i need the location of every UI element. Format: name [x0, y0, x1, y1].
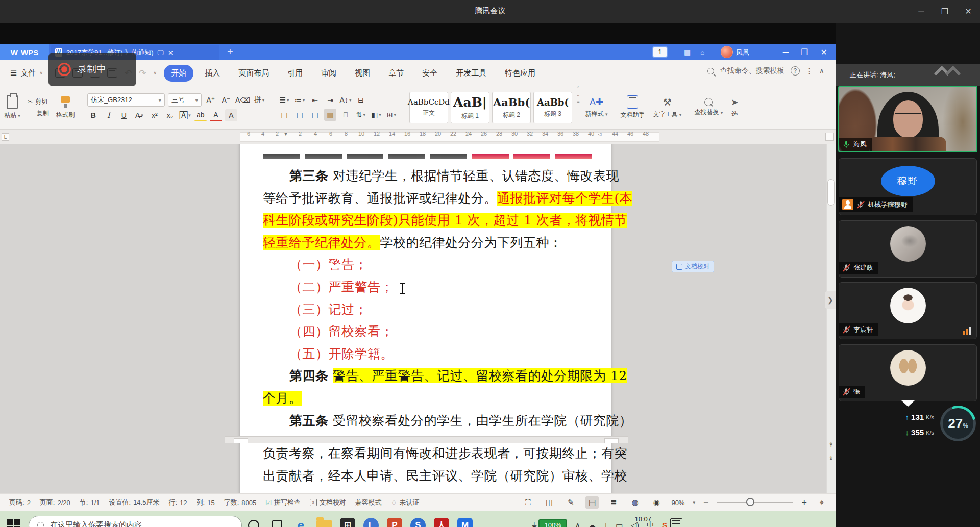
- asian-layout-icon[interactable]: A↕▾: [339, 94, 352, 106]
- menu-tab-引用[interactable]: 引用: [280, 65, 310, 82]
- expand-panel-arrow[interactable]: ❯: [825, 291, 836, 309]
- outline-view-icon[interactable]: ≣: [607, 496, 620, 509]
- wps-logo[interactable]: WWPS: [0, 44, 49, 60]
- document-line[interactable]: （一）警告；: [263, 254, 592, 276]
- web-layout-icon[interactable]: ◍: [628, 496, 642, 509]
- participant-tile[interactable]: 张建政: [839, 220, 977, 278]
- style-gallery-scroll[interactable]: ⌃⌄≡: [575, 86, 581, 129]
- maximize-icon[interactable]: ❐: [933, 0, 957, 23]
- document-text-page2[interactable]: 负责考察，在察看期间有悔改和进步表现者，可按期终止；有突出贡献者，经本人申请、民…: [263, 442, 592, 487]
- tab-stop-selector[interactable]: L: [2, 133, 9, 141]
- phonetic-guide-icon[interactable]: 拼▾: [253, 94, 265, 106]
- find-replace-button[interactable]: 查找替换 ▾: [690, 86, 727, 129]
- file-menu-button[interactable]: ☰ 文件 ∨: [0, 68, 50, 78]
- document-canvas[interactable]: 第三条 对违纪学生，根据情节轻重、认错态度、悔改表现等给予批评教育、通报批评或纪…: [0, 144, 836, 493]
- close-tab-icon[interactable]: ✕: [168, 49, 174, 57]
- ruler-toggle-icon[interactable]: [825, 133, 834, 141]
- sogou-icon[interactable]: S: [662, 521, 667, 527]
- menu-tab-开始[interactable]: 开始: [164, 65, 193, 82]
- document-line[interactable]: （五）开除学籍。: [263, 343, 592, 365]
- italic-button[interactable]: I: [103, 109, 115, 121]
- text-effects-icon[interactable]: 🄰▾: [179, 109, 191, 121]
- menu-tab-插入[interactable]: 插入: [198, 65, 227, 82]
- read-layout-icon[interactable]: ◫: [543, 496, 556, 509]
- status-field[interactable]: 页面:2/20: [40, 498, 70, 507]
- battery-indicator[interactable]: ⏚ 100%: [532, 519, 568, 527]
- fit-page-icon[interactable]: ⌖: [815, 496, 828, 509]
- font-size-select[interactable]: 三号▾: [168, 93, 202, 107]
- zoom-slider[interactable]: [717, 502, 793, 503]
- new-style-button[interactable]: A✚ 新样式 ▾: [581, 86, 612, 129]
- copy-button[interactable]: 复制: [28, 109, 49, 118]
- subscript-button[interactable]: x₂: [164, 109, 176, 121]
- app-l-button[interactable]: L: [359, 511, 383, 527]
- menu-tab-章节[interactable]: 章节: [381, 65, 411, 82]
- cut-button[interactable]: ✂剪切: [28, 97, 49, 106]
- doc-assistant-button[interactable]: 文档助手: [616, 86, 649, 129]
- close-icon[interactable]: ✕: [957, 0, 980, 23]
- tencent-meeting-button[interactable]: M: [453, 511, 477, 527]
- document-line[interactable]: 第三条 对违纪学生，根据情节轻重、认错态度、悔改表现: [263, 165, 592, 187]
- select-button-partial[interactable]: ➤ 选: [727, 86, 742, 129]
- help-icon[interactable]: ?: [791, 66, 800, 76]
- clear-format-icon[interactable]: A⌫: [235, 94, 250, 106]
- speaker-video-tile[interactable]: 海凤: [838, 86, 977, 152]
- status-field[interactable]: 设置值:14.5厘米: [109, 498, 160, 507]
- menu-tab-视图[interactable]: 视图: [348, 65, 377, 82]
- write-mode-icon[interactable]: ✎: [564, 496, 577, 509]
- status-field[interactable]: 行:12: [168, 498, 187, 507]
- menu-tab-页面布局[interactable]: 页面布局: [231, 65, 276, 82]
- skype-button[interactable]: S: [406, 511, 430, 527]
- style-标题 3[interactable]: AaBb(标题 3: [533, 92, 572, 123]
- edge-browser-button[interactable]: e: [289, 511, 312, 527]
- decrease-indent-icon[interactable]: ⇤: [309, 94, 321, 106]
- horizontal-ruler[interactable]: L 642▼2468101214161820222426283032343638…: [0, 130, 836, 144]
- align-left-icon[interactable]: ▤: [278, 109, 290, 121]
- increase-font-icon[interactable]: A⁺: [205, 94, 217, 106]
- underline-button[interactable]: U: [118, 109, 130, 121]
- zoom-in-button[interactable]: +: [801, 497, 807, 508]
- zoom-chevron-icon[interactable]: ▾: [693, 500, 695, 505]
- status-field[interactable]: 节:1/1: [80, 498, 100, 507]
- text-tool-button[interactable]: ⚒ 文字工具 ▾: [649, 86, 685, 129]
- spell-check-toggle[interactable]: ☑ 拼写检查: [265, 498, 301, 507]
- align-center-icon[interactable]: ▤: [293, 109, 306, 121]
- eye-protect-icon[interactable]: ◉: [650, 496, 663, 509]
- document-line[interactable]: 轻重给予纪律处分。学校的纪律处分分为下列五种：: [263, 232, 592, 254]
- next-page-button[interactable]: ↡: [826, 453, 836, 464]
- command-search[interactable]: 查找命令、搜索模板 ? ⋮ ∧: [707, 66, 824, 76]
- document-line[interactable]: 第五条 受留校察看处分的学生，由学生所在学院（研究院）: [263, 410, 592, 432]
- microphone-tray-icon[interactable]: ⌶: [603, 521, 608, 527]
- powerpoint-button[interactable]: P: [383, 511, 406, 527]
- style-标题 2[interactable]: AaBb(标题 2: [492, 92, 531, 123]
- font-color-button[interactable]: A: [210, 109, 222, 121]
- participant-tile[interactable]: 張: [839, 344, 977, 401]
- paragraph-layout-icon[interactable]: ⊟: [355, 94, 367, 106]
- menu-tab-开发工具[interactable]: 开发工具: [449, 65, 494, 82]
- format-painter-button[interactable]: 格式刷: [52, 86, 79, 129]
- tray-expand-icon[interactable]: ∧: [575, 521, 580, 527]
- performance-ring[interactable]: 27%: [940, 406, 976, 441]
- menu-tab-安全[interactable]: 安全: [415, 65, 445, 82]
- document-line[interactable]: 个月。: [263, 387, 592, 410]
- style-标题 1[interactable]: AaB|标题 1: [451, 92, 489, 123]
- cloud-icon[interactable]: ☁: [588, 521, 596, 527]
- document-line[interactable]: （三）记过；: [263, 298, 592, 321]
- document-text[interactable]: 第三条 对违纪学生，根据情节轻重、认错态度、悔改表现等给予批评教育、通报批评或纪…: [263, 165, 592, 432]
- style-正文[interactable]: AaBbCcDd正文: [409, 92, 448, 123]
- notification-center-icon[interactable]: [670, 518, 682, 527]
- task-view-button[interactable]: [265, 511, 289, 527]
- bold-button[interactable]: B: [87, 109, 100, 121]
- menu-tab-特色应用[interactable]: 特色应用: [498, 65, 543, 82]
- paste-button[interactable]: 粘贴 ▾: [0, 86, 24, 129]
- border-icon[interactable]: ⊞▾: [385, 109, 398, 121]
- participant-tile[interactable]: 李宸轩: [839, 282, 977, 339]
- strikethrough-icon[interactable]: A̶▾: [133, 109, 145, 121]
- minimize-icon[interactable]: ─: [910, 0, 933, 23]
- wps-minimize-icon[interactable]: ─: [783, 47, 789, 57]
- status-field[interactable]: 页码:2: [9, 498, 31, 507]
- status-field[interactable]: 字数:8005: [224, 498, 257, 507]
- line-spacing-icon[interactable]: ⇅▾: [355, 109, 367, 121]
- user-avatar[interactable]: [721, 46, 733, 58]
- wps-restore-icon[interactable]: ❐: [801, 47, 808, 57]
